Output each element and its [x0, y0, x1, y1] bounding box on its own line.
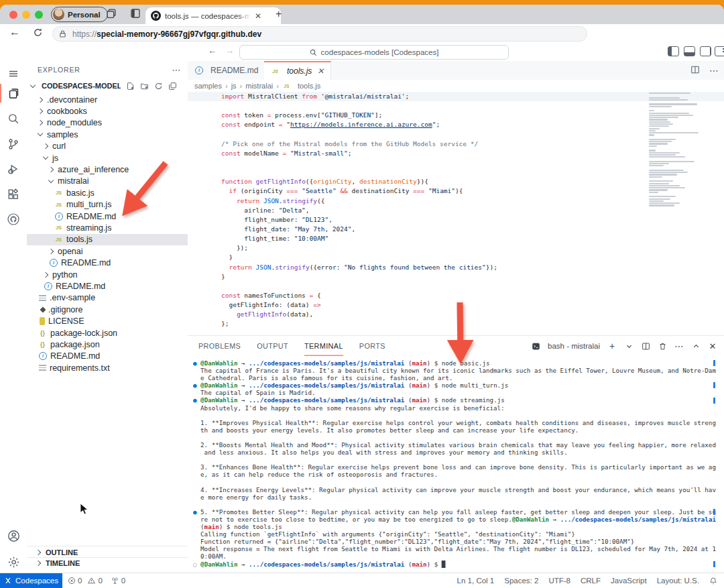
problems-status[interactable]: 0 0 — [68, 577, 103, 585]
notifications-bell-icon[interactable] — [709, 577, 717, 585]
timeline-section[interactable]: TIMELINE — [27, 557, 188, 569]
tree-item-samples[interactable]: samples — [27, 129, 188, 140]
tab-terminal[interactable]: TERMINAL — [304, 336, 343, 356]
code-line[interactable]: }; — [188, 319, 724, 329]
remote-indicator[interactable]: Codespaces — [0, 573, 62, 588]
code-line[interactable]: const token = process.env["GITHUB_TOKEN"… — [188, 111, 724, 120]
new-file-icon[interactable] — [124, 80, 136, 91]
terminal-instance-label[interactable]: bash - mistralai — [548, 342, 600, 350]
close-panel-icon[interactable]: ✕ — [708, 341, 717, 351]
browser-profile-button[interactable]: Personal — [51, 7, 108, 22]
tree-item-README.md[interactable]: iREADME.md — [27, 351, 188, 362]
code-line[interactable]: flight_time: "10:00AM" — [188, 234, 724, 243]
indentation-status[interactable]: Spaces: 2 — [504, 577, 538, 585]
breadcrumb-item[interactable]: js — [231, 82, 237, 90]
terminal-dropdown-icon[interactable] — [624, 343, 634, 349]
explorer-view-icon[interactable] — [0, 83, 27, 103]
encoding-status[interactable]: UTF-8 — [548, 577, 570, 585]
code-line[interactable]: import MistralClient from '@mistralai/mi… — [188, 92, 724, 101]
tree-item-cookbooks[interactable]: cookbooks — [27, 105, 188, 117]
tree-item-requirements.txt[interactable]: requirements.txt — [27, 362, 188, 373]
github-view-icon[interactable] — [0, 209, 27, 229]
tree-item-python[interactable]: python — [27, 269, 188, 280]
tree-item-package-lock.json[interactable]: {}package-lock.json — [27, 327, 188, 339]
tree-item-azure_ai_inference[interactable]: azure_ai_inference — [27, 164, 188, 175]
breadcrumb-item[interactable]: samples — [194, 82, 222, 90]
split-terminal-icon[interactable] — [641, 342, 650, 351]
tree-item-README.md[interactable]: iREADME.md — [27, 280, 188, 292]
toggle-panel-icon[interactable] — [684, 46, 695, 56]
breadcrumb-item[interactable]: tools.js — [298, 82, 320, 90]
tree-item-LICENSE[interactable]: LICENSE — [27, 315, 188, 327]
tree-item-multi_turn.js[interactable]: JSmulti_turn.js — [27, 199, 188, 211]
tree-item-curl[interactable]: curl — [27, 141, 188, 152]
panel-more-actions-icon[interactable]: ⋯ — [674, 341, 684, 351]
tree-item-.gitignore[interactable]: .gitignore — [27, 304, 188, 315]
tree-item-README.md[interactable]: iREADME.md — [27, 211, 188, 222]
code-line[interactable]: airline: "Delta", — [188, 206, 724, 215]
menu-icon[interactable] — [0, 64, 27, 84]
minimize-window-button[interactable] — [22, 11, 30, 19]
close-window-button[interactable] — [9, 11, 17, 19]
minimap[interactable] — [649, 93, 721, 207]
code-line[interactable]: } — [188, 253, 724, 262]
close-tab-icon[interactable]: ✕ — [255, 11, 261, 21]
code-line[interactable]: return JSON.stringify({error: "No flight… — [188, 263, 724, 272]
code-line[interactable]: }); — [188, 243, 724, 253]
tab-problems[interactable]: PROBLEMS — [198, 336, 241, 356]
address-bar[interactable]: https://special-memory-96667gj97vfgqr.gi… — [52, 26, 587, 42]
browser-tab[interactable]: tools.js — codespaces-models ✕ — [145, 7, 281, 24]
tree-item-.env-sample[interactable]: .env-sample — [27, 292, 188, 304]
layout-status[interactable]: Layout: U.S. — [657, 577, 699, 585]
tab-ports[interactable]: PORTS — [359, 336, 385, 356]
ports-status[interactable]: 0 — [111, 577, 125, 585]
account-icon[interactable] — [0, 526, 27, 546]
tree-item-tools.js[interactable]: JStools.js — [27, 234, 188, 245]
code-line[interactable]: /* Pick one of the Mistral models from t… — [188, 139, 724, 149]
code-line[interactable]: const endpoint = "https://models.inferen… — [188, 120, 724, 129]
code-line[interactable]: function getFlightInfo({originCity, dest… — [188, 177, 724, 186]
cursor-position-status[interactable]: Ln 1, Col 1 — [457, 577, 495, 585]
editor-back-icon[interactable]: ← — [208, 46, 217, 56]
kill-terminal-icon[interactable] — [658, 342, 667, 351]
code-line[interactable] — [188, 282, 724, 291]
workspace-section-header[interactable]: CODESPACES-MODELS [CODE... — [27, 78, 188, 93]
tree-item-js[interactable]: js — [27, 152, 188, 164]
tree-item-.devcontainer[interactable]: .devcontainer — [27, 94, 188, 105]
close-tab-icon[interactable]: ✕ — [317, 66, 324, 76]
code-line[interactable] — [188, 101, 724, 111]
code-line[interactable]: flight_number: "DL123", — [188, 215, 724, 225]
code-line[interactable]: return JSON.stringify({ — [188, 196, 724, 206]
run-debug-view-icon[interactable] — [0, 159, 27, 179]
code-line[interactable] — [188, 168, 724, 177]
settings-gear-icon[interactable] — [0, 552, 27, 572]
tree-item-README.md[interactable]: iREADME.md — [27, 257, 188, 268]
refresh-explorer-icon[interactable] — [152, 80, 164, 91]
tree-item-mistralai[interactable]: mistralai — [27, 176, 188, 187]
breadcrumb[interactable]: samples›js›mistralai›JStools.js — [188, 80, 724, 92]
command-center[interactable]: codespaces-models [Codespaces] — [239, 45, 509, 60]
tree-item-basic.js[interactable]: JSbasic.js — [27, 187, 188, 198]
back-button[interactable]: ← — [9, 26, 20, 38]
tree-item-package.json[interactable]: {}package.json — [27, 339, 188, 350]
new-tab-button[interactable]: + — [276, 8, 282, 20]
code-line[interactable]: flight_date: "May 7th, 2024", — [188, 225, 724, 234]
code-line[interactable]: getFlightInfo(data), — [188, 310, 724, 319]
terminal-output[interactable]: ● @DanWahlin → .../codespaces-models/sam… — [193, 359, 712, 568]
language-status[interactable]: JavaScript — [611, 577, 647, 585]
code-line[interactable] — [188, 130, 724, 139]
code-line[interactable]: } — [188, 272, 724, 282]
site-lock-icon[interactable] — [58, 30, 67, 38]
toggle-primary-sidebar-icon[interactable] — [668, 46, 679, 56]
new-terminal-icon[interactable]: + — [607, 341, 617, 351]
editor-more-actions-icon[interactable]: ⋯ — [709, 65, 719, 77]
code-line[interactable]: const modelName = "Mistral-small"; — [188, 149, 724, 158]
tab-tools-js[interactable]: JS tools.js ✕ — [264, 61, 331, 80]
tree-item-openai[interactable]: openai — [27, 245, 188, 257]
editor-forward-icon[interactable]: → — [225, 46, 234, 56]
eol-status[interactable]: CRLF — [581, 577, 601, 585]
code-line[interactable] — [188, 158, 724, 168]
tab-readme[interactable]: i README.md — [188, 61, 265, 80]
tree-item-streaming.js[interactable]: JSstreaming.js — [27, 222, 188, 233]
breadcrumb-item[interactable]: mistralai — [245, 82, 273, 90]
